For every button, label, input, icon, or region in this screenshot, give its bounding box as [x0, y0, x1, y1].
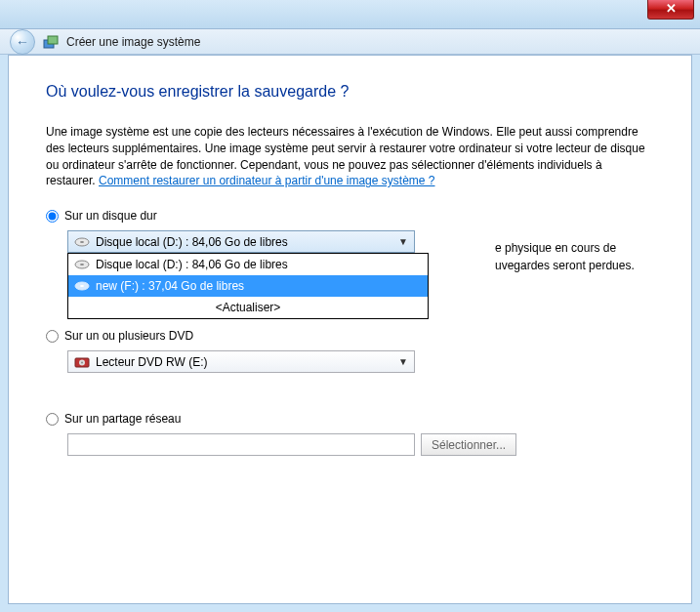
dvd-selected-text: Lecteur DVD RW (E:): [96, 355, 398, 369]
description: Une image système est une copie des lect…: [46, 124, 654, 189]
close-button[interactable]: ✕: [647, 0, 694, 20]
svg-point-3: [80, 241, 84, 243]
radio-dvd[interactable]: [46, 330, 59, 343]
help-link[interactable]: Comment restaurer un ordinateur à partir…: [99, 174, 434, 187]
back-button[interactable]: ←: [10, 29, 35, 55]
app-icon: [43, 34, 59, 50]
dropdown-item-label: new (F:) : 37,04 Go de libres: [96, 279, 244, 293]
dropdown-item-refresh[interactable]: <Actualiser>: [68, 297, 428, 318]
hdd-selected-text: Disque local (D:) : 84,06 Go de libres: [96, 235, 398, 249]
svg-rect-1: [48, 36, 58, 44]
svg-point-10: [81, 361, 83, 363]
radio-network-label: Sur un partage réseau: [64, 412, 181, 426]
dropdown-item-disk-d[interactable]: Disque local (D:) : 84,06 Go de libres: [68, 254, 428, 275]
content: Où voulez-vous enregistrer la sauvegarde…: [8, 55, 692, 604]
hint-text-line1: e physique en cours de: [495, 240, 616, 257]
svg-point-7: [80, 285, 84, 287]
option-hdd: Sur un disque dur Disque local (D:) : 84…: [46, 209, 654, 253]
dvd-drive-icon: [74, 354, 90, 370]
dropdown-item-label: Disque local (D:) : 84,06 Go de libres: [96, 258, 288, 271]
titlebar: ✕: [0, 0, 700, 29]
browse-button[interactable]: Sélectionner...: [421, 433, 516, 456]
chevron-down-icon: ▼: [398, 356, 408, 367]
dropdown-item-label: <Actualiser>: [216, 301, 281, 314]
option-dvd: Sur un ou plusieurs DVD Lecteur DVD RW (…: [46, 329, 654, 373]
network-path-input[interactable]: [67, 433, 415, 456]
hdd-dropdown: Disque local (D:) : 84,06 Go de libres n…: [67, 253, 429, 319]
dvd-combobox[interactable]: Lecteur DVD RW (E:) ▼: [67, 350, 415, 373]
dropdown-item-disk-f[interactable]: new (F:) : 37,04 Go de libres: [68, 275, 428, 297]
radio-hdd[interactable]: [46, 210, 59, 223]
radio-network[interactable]: [46, 413, 59, 426]
svg-point-5: [80, 264, 84, 265]
back-arrow-icon: ←: [16, 34, 29, 50]
radio-hdd-label: Sur un disque dur: [64, 209, 157, 223]
option-network: Sur un partage réseau Sélectionner...: [46, 412, 654, 456]
disk-icon: [74, 234, 90, 250]
hint-text-line2: uvegardes seront perdues.: [495, 258, 635, 274]
header-bar: ← Créer une image système: [0, 29, 700, 55]
page-title: Créer une image système: [66, 35, 200, 49]
chevron-down-icon: ▼: [398, 236, 408, 247]
disk-icon: [74, 257, 90, 272]
radio-dvd-label: Sur un ou plusieurs DVD: [64, 329, 193, 343]
disk-icon: [74, 278, 90, 294]
heading: Où voulez-vous enregistrer la sauvegarde…: [46, 83, 654, 101]
hdd-combobox[interactable]: Disque local (D:) : 84,06 Go de libres ▼…: [67, 230, 415, 253]
